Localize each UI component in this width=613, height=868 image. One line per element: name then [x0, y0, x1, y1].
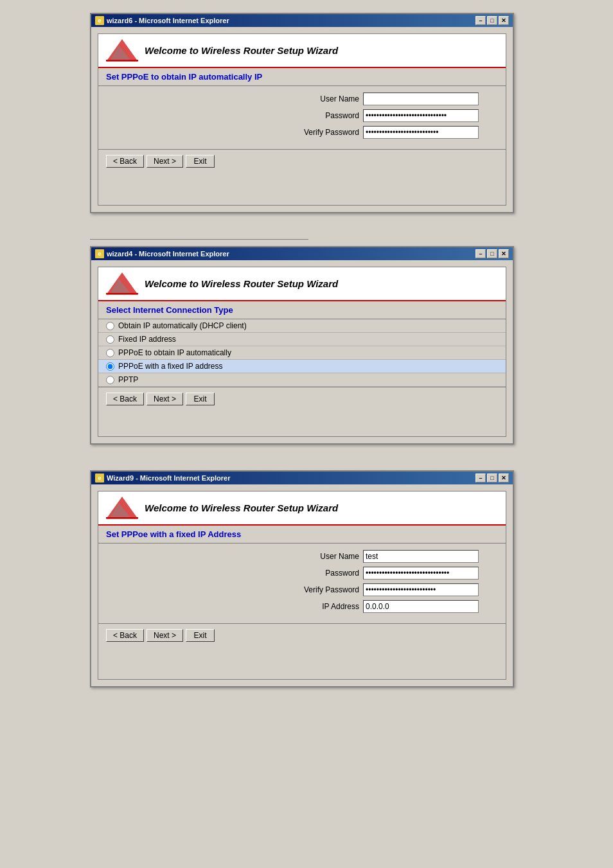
- wizard-panel-1: Welcome to Wireless Router Setup Wizard …: [98, 33, 506, 206]
- ie-icon-1: e: [95, 16, 104, 25]
- radio-input-3[interactable]: [106, 362, 114, 371]
- radio-option-0: Obtain IP automatically (DHCP client): [98, 319, 506, 333]
- window-title-2: wizard4 - Microsoft Internet Explorer: [107, 250, 229, 258]
- browser-window-3: e Wizard9 - Microsoft Internet Explorer …: [90, 470, 514, 687]
- wizard-body-1: User Name Password Verify Password: [98, 86, 506, 149]
- next-button-1[interactable]: Next >: [147, 155, 183, 168]
- section-title-3: Set PPPoe with a fixed IP Address: [98, 526, 506, 544]
- browser-content-2: Welcome to Wireless Router Setup Wizard …: [91, 260, 513, 443]
- section-title-1: Set PPPoE to obtain IP automatically IP: [98, 68, 506, 86]
- wizard-header-2: Welcome to Wireless Router Setup Wizard: [98, 267, 506, 301]
- form-row-password-3: Password: [106, 567, 498, 580]
- input-ip-3[interactable]: [363, 600, 479, 613]
- maximize-button-2[interactable]: □: [487, 249, 497, 258]
- back-button-3[interactable]: < Back: [106, 629, 144, 642]
- next-button-2[interactable]: Next >: [147, 393, 183, 405]
- wizard-logo-2: [106, 272, 138, 295]
- title-bar-left-2: e wizard4 - Microsoft Internet Explorer: [95, 249, 229, 258]
- label-username-1: User Name: [289, 94, 359, 103]
- label-verify-1: Verify Password: [289, 128, 359, 137]
- exit-button-3[interactable]: Exit: [186, 629, 215, 642]
- exit-button-2[interactable]: Exit: [186, 393, 215, 405]
- next-button-3[interactable]: Next >: [147, 629, 183, 642]
- btn-row-1: < Back Next > Exit: [98, 149, 506, 173]
- input-username-3[interactable]: [363, 550, 479, 563]
- input-verify-3[interactable]: [363, 583, 479, 596]
- minimize-button-2[interactable]: –: [475, 249, 486, 258]
- form-row-verify-3: Verify Password: [106, 583, 498, 596]
- exit-button-1[interactable]: Exit: [186, 155, 215, 168]
- btn-row-3: < Back Next > Exit: [98, 623, 506, 647]
- label-password-3: Password: [289, 569, 359, 578]
- title-bar-2: e wizard4 - Microsoft Internet Explorer …: [91, 247, 513, 260]
- wizard-body-2: Obtain IP automatically (DHCP client) Fi…: [98, 319, 506, 387]
- browser-content-1: Welcome to Wireless Router Setup Wizard …: [91, 27, 513, 212]
- wizard-title-2: Welcome to Wireless Router Setup Wizard: [145, 278, 338, 289]
- label-verify-3: Verify Password: [289, 585, 359, 594]
- input-password-1[interactable]: [363, 109, 479, 122]
- form-row-password-1: Password: [106, 109, 498, 122]
- radio-label-4: PPTP: [118, 375, 138, 384]
- minimize-button-1[interactable]: –: [475, 16, 486, 25]
- wizard-title-3: Welcome to Wireless Router Setup Wizard: [145, 502, 338, 513]
- radio-input-2[interactable]: [106, 349, 114, 357]
- wizard-body-3: User Name Password Verify Password IP Ad…: [98, 544, 506, 623]
- wizard-panel-2: Welcome to Wireless Router Setup Wizard …: [98, 267, 506, 437]
- input-password-3[interactable]: [363, 567, 479, 580]
- wizard-header-3: Welcome to Wireless Router Setup Wizard: [98, 492, 506, 526]
- wizard-logo-1: [106, 39, 138, 62]
- btn-row-2: < Back Next > Exit: [98, 387, 506, 411]
- spacer-3: [98, 647, 506, 679]
- radio-input-1[interactable]: [106, 335, 114, 344]
- title-bar-buttons-1: – □ ✕: [475, 16, 509, 25]
- back-button-2[interactable]: < Back: [106, 393, 144, 405]
- input-username-1[interactable]: [363, 93, 479, 105]
- form-row-username-3: User Name: [106, 550, 498, 563]
- form-row-verify-1: Verify Password: [106, 126, 498, 139]
- input-verify-1[interactable]: [363, 126, 479, 139]
- radio-label-0: Obtain IP automatically (DHCP client): [118, 321, 247, 330]
- spacer-1: [98, 173, 506, 205]
- radio-input-4[interactable]: [106, 376, 114, 384]
- label-ip-3: IP Address: [289, 602, 359, 611]
- radio-label-1: Fixed IP address: [118, 335, 176, 344]
- form-row-ip-3: IP Address: [106, 600, 498, 613]
- radio-label-3: PPPoE with a fixed IP address: [118, 362, 223, 371]
- radio-option-1: Fixed IP address: [98, 333, 506, 346]
- form-row-username-1: User Name: [106, 93, 498, 105]
- back-button-1[interactable]: < Back: [106, 155, 144, 168]
- radio-option-3: PPPoE with a fixed IP address: [98, 360, 506, 373]
- window-title-1: wizard6 - Microsoft Internet Explorer: [107, 17, 229, 24]
- label-password-1: Password: [289, 111, 359, 120]
- separator-line: [90, 239, 308, 240]
- minimize-button-3[interactable]: –: [475, 474, 486, 483]
- close-button-1[interactable]: ✕: [499, 16, 509, 25]
- close-button-3[interactable]: ✕: [499, 474, 509, 483]
- window-title-3: Wizard9 - Microsoft Internet Explorer: [107, 474, 230, 482]
- maximize-button-3[interactable]: □: [487, 474, 497, 483]
- title-bar-3: e Wizard9 - Microsoft Internet Explorer …: [91, 472, 513, 484]
- wizard-logo-3: [106, 497, 138, 519]
- maximize-button-1[interactable]: □: [487, 16, 497, 25]
- radio-option-4: PPTP: [98, 373, 506, 387]
- browser-window-1: e wizard6 - Microsoft Internet Explorer …: [90, 13, 514, 213]
- close-button-2[interactable]: ✕: [499, 249, 509, 258]
- title-bar-1: e wizard6 - Microsoft Internet Explorer …: [91, 14, 513, 27]
- label-username-3: User Name: [289, 552, 359, 561]
- title-bar-buttons-3: – □ ✕: [475, 474, 509, 483]
- radio-input-0[interactable]: [106, 322, 114, 330]
- title-bar-left-1: e wizard6 - Microsoft Internet Explorer: [95, 16, 229, 25]
- section-title-2: Select Internet Connection Type: [98, 301, 506, 319]
- title-bar-left-3: e Wizard9 - Microsoft Internet Explorer: [95, 474, 230, 483]
- wizard-title-1: Welcome to Wireless Router Setup Wizard: [145, 45, 338, 56]
- browser-content-3: Welcome to Wireless Router Setup Wizard …: [91, 484, 513, 686]
- radio-option-2: PPPoE to obtain IP automatically: [98, 346, 506, 360]
- wizard-panel-3: Welcome to Wireless Router Setup Wizard …: [98, 491, 506, 680]
- spacer-2: [98, 411, 506, 436]
- ie-icon-3: e: [95, 474, 104, 483]
- radio-label-2: PPPoE to obtain IP automatically: [118, 348, 231, 357]
- ie-icon-2: e: [95, 249, 104, 258]
- title-bar-buttons-2: – □ ✕: [475, 249, 509, 258]
- wizard-header-1: Welcome to Wireless Router Setup Wizard: [98, 34, 506, 68]
- browser-window-2: e wizard4 - Microsoft Internet Explorer …: [90, 246, 514, 445]
